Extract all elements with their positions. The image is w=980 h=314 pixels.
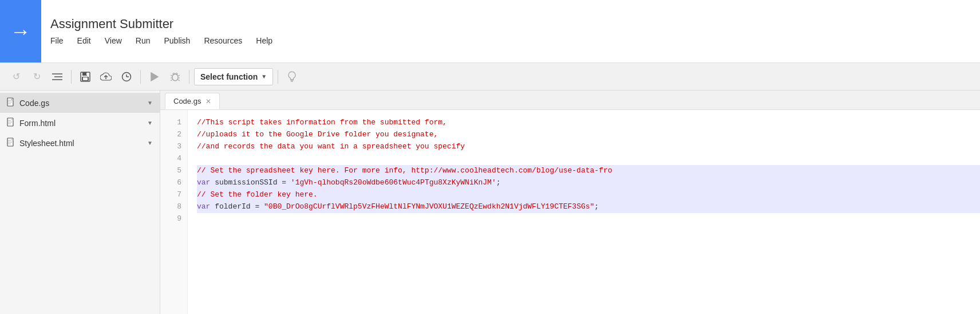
svg-line-20 [171, 80, 172, 81]
code-line-7: // Set the folder key here. [197, 189, 980, 201]
line-num-4: 4 [160, 153, 187, 165]
code-lines: //This script takes information from the… [188, 110, 980, 314]
code-line-3: //and records the data you want in a spr… [197, 141, 980, 153]
sidebar-label-code-gs: Code.gs [19, 99, 143, 108]
sidebar-dropdown-icon-stylesheet-html: ▼ [147, 140, 153, 146]
toolbar-separator-2 [140, 70, 141, 84]
line-num-5: 5 [160, 165, 187, 177]
code-line-2: //uploads it to the Google Drive folder … [197, 129, 980, 141]
tab-code-gs[interactable]: Code.gs ✕ [165, 93, 220, 109]
sidebar-dropdown-icon-code-gs: ▼ [147, 100, 153, 106]
code-line-4 [197, 153, 980, 165]
sidebar-item-form-html[interactable]: Form.html ▼ [0, 113, 160, 133]
run-button[interactable] [145, 68, 164, 86]
main-content: Code.gs ▼ Form.html ▼ [0, 91, 980, 314]
svg-rect-4 [82, 72, 87, 76]
code-line-1: //This script takes information from the… [197, 117, 980, 129]
toolbar-separator-1 [71, 70, 72, 84]
svg-line-21 [178, 80, 180, 81]
code-line-9 [197, 213, 980, 225]
menu-resources[interactable]: Resources [204, 35, 242, 46]
logo-area: → [0, 0, 41, 62]
line-num-6: 6 [160, 177, 187, 189]
code-line-8: var folderId = "0B0_DrOo8gCUrflVWRlp5VzF… [197, 201, 980, 213]
history-button[interactable] [117, 68, 136, 86]
undo-button[interactable]: ↺ [7, 68, 25, 86]
app-title: Assignment Submitter [50, 17, 272, 32]
sidebar-label-form-html: Form.html [19, 119, 143, 128]
file-icon-form-html [7, 117, 15, 128]
select-function-label: Select function [200, 72, 258, 81]
header: → Assignment Submitter File Edit View Ru… [0, 0, 980, 63]
title-menu-area: Assignment Submitter File Edit View Run … [41, 0, 272, 62]
upload-button[interactable] [97, 68, 115, 86]
line-num-8: 8 [160, 201, 187, 213]
debug-button[interactable] [166, 68, 184, 86]
chevron-down-icon: ▼ [261, 73, 267, 80]
toolbar-separator-4 [278, 70, 278, 84]
menu-view[interactable]: View [105, 35, 122, 46]
line-num-1: 1 [160, 117, 187, 129]
svg-line-17 [178, 75, 180, 76]
line-num-2: 2 [160, 129, 187, 141]
sidebar-item-code-gs[interactable]: Code.gs ▼ [0, 93, 160, 113]
toolbar-separator-3 [189, 70, 189, 84]
select-function-button[interactable]: Select function ▼ [194, 68, 273, 85]
svg-marker-12 [151, 73, 158, 81]
sidebar: Code.gs ▼ Form.html ▼ [0, 91, 160, 314]
toolbar: ↺ ↻ [0, 63, 980, 91]
bulb-button[interactable] [283, 68, 301, 86]
editor-area: Code.gs ✕ 1 2 3 4 5 6 7 8 9 //This scrip… [160, 91, 980, 314]
file-icon-code-gs [7, 97, 15, 108]
tab-close-icon[interactable]: ✕ [206, 97, 211, 105]
line-num-7: 7 [160, 189, 187, 201]
menu-help[interactable]: Help [256, 35, 272, 46]
code-line-6: var submissionSSId = '1gVh-qlhobqRs20oWd… [197, 177, 980, 189]
indent-button[interactable] [48, 68, 66, 86]
sidebar-label-stylesheet-html: Stylesheet.html [19, 139, 143, 148]
code-container[interactable]: 1 2 3 4 5 6 7 8 9 //This script takes in… [160, 110, 980, 314]
svg-line-16 [171, 75, 172, 76]
code-line-5: // Set the spreadsheet key here. For mor… [197, 165, 980, 177]
line-num-3: 3 [160, 141, 187, 153]
line-num-9: 9 [160, 213, 187, 225]
tab-label-code-gs: Code.gs [173, 97, 201, 105]
line-numbers: 1 2 3 4 5 6 7 8 9 [160, 110, 188, 314]
menu-bar: File Edit View Run Publish Resources Hel… [50, 35, 272, 46]
redo-button[interactable]: ↻ [27, 68, 46, 86]
menu-run[interactable]: Run [136, 35, 151, 46]
sidebar-item-stylesheet-html[interactable]: Stylesheet.html ▼ [0, 133, 160, 153]
tabs-bar: Code.gs ✕ [160, 91, 980, 110]
logo-arrow: → [10, 19, 31, 44]
svg-rect-7 [86, 73, 88, 75]
menu-publish[interactable]: Publish [164, 35, 190, 46]
save-button[interactable] [76, 68, 94, 86]
menu-file[interactable]: File [50, 35, 64, 46]
file-icon-stylesheet-html [7, 138, 15, 148]
svg-rect-6 [83, 77, 88, 80]
menu-edit[interactable]: Edit [77, 35, 91, 46]
sidebar-dropdown-icon-form-html: ▼ [147, 120, 153, 126]
